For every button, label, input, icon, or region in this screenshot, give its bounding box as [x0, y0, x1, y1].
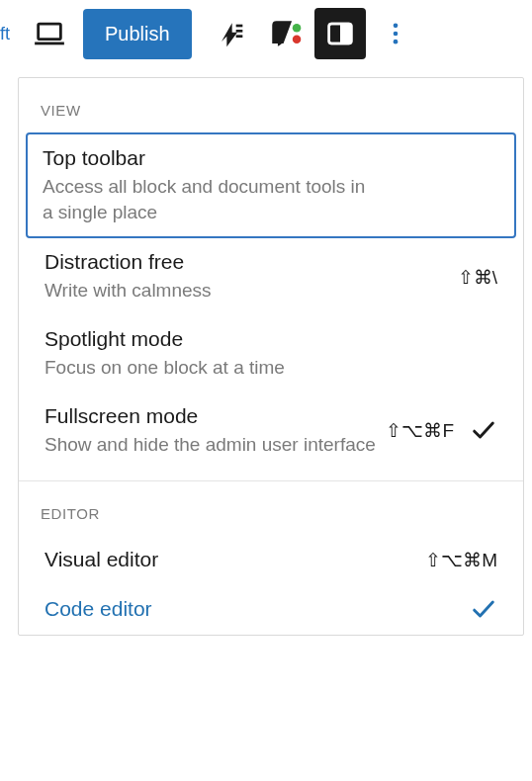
keyboard-shortcut: ⇧⌥⌘F: [386, 419, 454, 442]
menu-item-title: Visual editor: [44, 548, 158, 571]
svg-point-11: [393, 24, 398, 29]
svg-rect-3: [235, 30, 242, 33]
svg-point-6: [292, 35, 301, 43]
more-options-button[interactable]: [370, 8, 421, 59]
menu-item-desc: Access all block and document tools in a…: [43, 174, 379, 224]
menu-item-fullscreen-mode[interactable]: Fullscreen mode Show and hide the admin …: [27, 392, 515, 470]
menu-item-title: Spotlight mode: [44, 327, 497, 351]
menu-item-desc: Focus on one block at a time: [44, 355, 381, 381]
svg-rect-2: [235, 25, 242, 28]
settings-sidebar-toggle[interactable]: [314, 8, 366, 59]
keyboard-shortcut: ⇧⌥⌘M: [425, 549, 497, 571]
menu-item-code-editor[interactable]: Code editor: [27, 583, 515, 635]
menu-item-top-toolbar[interactable]: Top toolbar Access all block and documen…: [26, 132, 516, 238]
menu-item-title: Code editor: [44, 597, 152, 621]
sidebar-icon: [325, 19, 355, 48]
menu-item-title: Fullscreen mode: [44, 404, 376, 428]
save-draft-link-fragment[interactable]: ft: [0, 24, 20, 44]
keyboard-shortcut: ⇧⌘\: [458, 266, 497, 289]
svg-rect-9: [341, 24, 351, 43]
yoast-icon: [268, 17, 302, 50]
jetpack-button[interactable]: [204, 8, 255, 59]
check-icon: [470, 416, 497, 444]
check-icon: [470, 595, 497, 623]
menu-item-desc: Write with calmness: [44, 278, 212, 304]
svg-point-13: [393, 40, 398, 44]
publish-button[interactable]: Publish: [83, 9, 192, 59]
yoast-button[interactable]: [259, 8, 310, 59]
menu-item-spotlight-mode[interactable]: Spotlight mode Focus on one block at a t…: [27, 315, 515, 392]
kebab-icon: [382, 20, 409, 47]
section-header-view: VIEW: [19, 78, 523, 132]
svg-rect-0: [39, 24, 61, 40]
jetpack-icon: [214, 18, 245, 49]
svg-point-5: [292, 24, 301, 32]
preview-device-button[interactable]: [24, 8, 75, 59]
menu-item-title: Top toolbar: [43, 146, 499, 170]
menu-item-title: Distraction free: [44, 250, 212, 274]
menu-item-visual-editor[interactable]: Visual editor ⇧⌥⌘M: [27, 536, 515, 583]
menu-item-desc: Show and hide the admin user interface: [44, 432, 376, 458]
svg-rect-4: [235, 35, 242, 38]
menu-item-distraction-free[interactable]: Distraction free Write with calmness ⇧⌘\: [27, 238, 515, 315]
editor-toolbar: ft Publish: [0, 0, 532, 77]
svg-point-12: [393, 32, 398, 37]
laptop-icon: [33, 17, 66, 50]
options-dropdown: VIEW Top toolbar Access all block and do…: [18, 77, 524, 636]
section-header-editor: EDITOR: [19, 481, 523, 536]
